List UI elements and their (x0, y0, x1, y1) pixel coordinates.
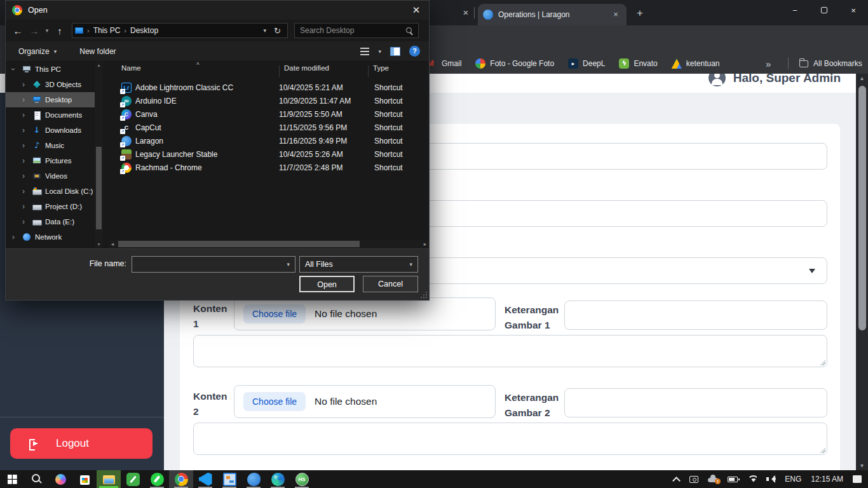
taskbar-app-notepad[interactable] (121, 470, 145, 488)
expander-chevron-icon[interactable] (22, 111, 29, 119)
search-input[interactable]: Search Desktop (294, 23, 419, 38)
taskbar-app-chrome[interactable] (169, 470, 193, 488)
taskbar-app-whatsapp[interactable] (145, 470, 169, 488)
tree-item-doc[interactable]: Documents (6, 107, 95, 123)
language-indicator[interactable]: ENG (785, 475, 801, 484)
tree-item-down[interactable]: Downloads (6, 123, 95, 138)
tree-item-disk-c[interactable]: Local Disk (C:) (6, 184, 95, 199)
taskbar-app-vscode[interactable] (193, 470, 217, 488)
back-icon[interactable]: ← (10, 25, 26, 36)
view-chevron-icon[interactable]: ▾ (378, 48, 381, 55)
organize-button[interactable]: Organize ▾ (18, 47, 57, 56)
help-icon[interactable]: ? (409, 46, 420, 57)
taskbar-app-search[interactable] (24, 470, 48, 488)
tree-scrollbar-thumb[interactable] (96, 147, 102, 229)
tree-item-music[interactable]: Music (6, 138, 95, 153)
taskbar-app-windows[interactable] (0, 470, 24, 488)
tree-item-disk[interactable]: Data (E:) (6, 214, 95, 229)
expander-chevron-icon[interactable] (22, 217, 29, 226)
file-name-combobox[interactable]: ▾ (132, 256, 295, 273)
choose-file-button-1[interactable]: Choose file (243, 304, 306, 323)
expander-chevron-icon[interactable] (22, 141, 29, 150)
taskbar-app-explorer[interactable] (97, 470, 121, 488)
tree-scrollbar[interactable]: ▴ ▾ (95, 62, 103, 248)
new-folder-button[interactable]: New folder (79, 47, 116, 56)
taskbar-app-heidisql[interactable] (290, 470, 314, 488)
expander-chevron-icon[interactable] (22, 126, 29, 135)
tree-scroll-up-icon[interactable]: ▴ (97, 62, 100, 69)
forward-icon[interactable]: → (26, 25, 43, 36)
refresh-icon[interactable]: ↻ (274, 26, 281, 36)
new-tab-button[interactable]: + (633, 6, 647, 20)
up-icon[interactable]: ↑ (51, 25, 68, 36)
dialog-title-bar[interactable]: Open (6, 1, 429, 20)
tab-close-icon[interactable]: × (610, 9, 621, 20)
window-minimize-button[interactable]: − (780, 0, 810, 20)
action-center-icon[interactable] (853, 475, 862, 483)
tree-item-net[interactable]: Network (6, 229, 95, 245)
breadcrumb-this-pc[interactable]: This PC (93, 26, 121, 35)
logout-button[interactable]: Logout (10, 428, 153, 459)
expander-chevron-icon[interactable] (22, 202, 29, 211)
column-name[interactable]: Name (121, 64, 141, 72)
keterangan-gambar-1-input[interactable] (564, 301, 827, 330)
taskbar-app-edge[interactable] (266, 470, 290, 488)
taskbar-app-copilot[interactable] (48, 470, 72, 488)
file-row-chrome-profile[interactable]: Rachmad - Chrome 11/7/2025 2:48 PM Short… (109, 161, 429, 174)
tree-scroll-down-icon[interactable]: ▾ (97, 241, 100, 248)
address-dropdown-icon[interactable]: ▾ (264, 27, 267, 34)
scroll-left-icon[interactable]: ◂ (109, 241, 116, 247)
all-bookmarks-button[interactable]: All Bookmarks (799, 59, 862, 68)
scrollbar-thumb[interactable] (858, 86, 866, 330)
taskbar-app-photos[interactable] (217, 470, 241, 488)
tree-item-cube[interactable]: 3D Objects (6, 77, 95, 92)
battery-icon[interactable] (728, 477, 738, 482)
tree-item-pics[interactable]: Pictures (6, 153, 95, 168)
breadcrumb-desktop[interactable]: Desktop (130, 26, 158, 35)
open-button[interactable]: Open (299, 276, 355, 292)
file-input-konten-1[interactable]: Choose file No file chosen (234, 297, 496, 330)
file-row-capcut[interactable]: CapCut 11/15/2025 9:56 PM Shortcut (109, 121, 429, 134)
taskbar-app-store[interactable] (72, 470, 97, 488)
bookmarks-overflow-chevron[interactable]: » (766, 58, 771, 69)
bookmark-item-deepl[interactable]: DeepL (568, 58, 605, 69)
expander-chevron-icon[interactable] (12, 65, 18, 74)
show-hidden-icons-chevron[interactable] (674, 476, 680, 482)
scroll-right-icon[interactable]: ▸ (421, 241, 429, 247)
bookmark-item-gmail[interactable]: Gmail (427, 58, 461, 69)
bookmark-item-photos[interactable]: Foto - Google Foto (475, 58, 554, 69)
scroll-down-icon[interactable]: ▾ (860, 461, 864, 470)
resize-grip[interactable] (421, 292, 427, 298)
page-scrollbar[interactable]: ▴ ▾ (856, 74, 868, 470)
volume-icon[interactable] (766, 475, 775, 483)
user-avatar-icon[interactable] (709, 74, 726, 86)
expander-chevron-icon[interactable] (22, 95, 29, 104)
wifi-icon[interactable] (747, 475, 757, 483)
dialog-close-button[interactable]: ✕ (403, 1, 429, 20)
file-input-konten-2[interactable]: Choose file No file chosen (234, 385, 496, 418)
breadcrumb[interactable]: › This PC › Desktop ▾ ↻ (72, 23, 288, 38)
display-capture-tray-icon[interactable] (689, 476, 698, 483)
expander-chevron-icon[interactable] (22, 156, 29, 165)
tree-item-desktop[interactable]: Desktop (6, 92, 95, 107)
file-row-lightroom[interactable]: Adobe Lightroom Classic CC 10/4/2025 5:2… (109, 81, 429, 94)
expander-chevron-icon[interactable] (22, 80, 29, 89)
file-row-canva[interactable]: Canva 11/9/2025 5:50 AM Shortcut (109, 107, 429, 121)
expander-chevron-icon[interactable] (22, 172, 29, 180)
file-row-arduino[interactable]: Arduino IDE 10/29/2025 11:47 AM Shortcut (109, 94, 429, 107)
tab-operations-laragon[interactable]: Operations | Laragon × (478, 4, 627, 25)
expander-chevron-icon[interactable] (22, 187, 29, 196)
onedrive-tray-icon[interactable]: ! (708, 476, 718, 482)
background-tab-close-icon[interactable]: × (459, 6, 473, 20)
preview-pane-icon[interactable] (390, 47, 400, 56)
horizontal-scrollbar[interactable]: ◂ ▸ (109, 240, 429, 248)
clock[interactable]: 12:15 AM (811, 475, 843, 484)
column-type[interactable]: Type (373, 64, 389, 72)
taskbar-app-laragon[interactable] (241, 470, 266, 488)
tree-item-disk[interactable]: Project (D:) (6, 199, 95, 214)
choose-file-button-2[interactable]: Choose file (243, 392, 306, 411)
textarea-2[interactable] (193, 423, 827, 455)
column-divider[interactable] (368, 65, 369, 77)
window-close-button[interactable]: × (839, 0, 868, 20)
bookmark-item-drive[interactable]: ketentuan (672, 58, 720, 69)
